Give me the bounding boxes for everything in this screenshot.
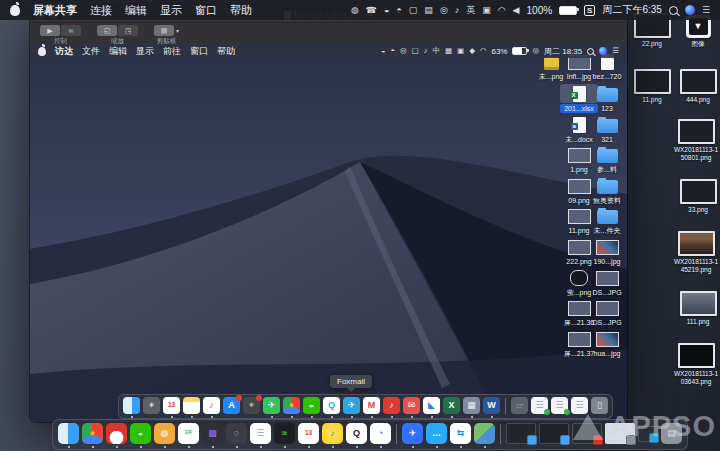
telegram-icon[interactable]: ✈	[343, 397, 360, 414]
menubar-menu-item[interactable]: 连接	[90, 3, 112, 18]
desktop-icon[interactable]: 444.png	[674, 76, 720, 104]
app-store-icon[interactable]: A	[223, 397, 240, 414]
finder-icon[interactable]	[58, 423, 79, 444]
calendar-icon[interactable]: 13	[163, 397, 180, 414]
sync-icon[interactable]: ◎	[532, 47, 539, 55]
finder-icon[interactable]	[123, 397, 140, 414]
minimized-window-thumb[interactable]	[506, 423, 536, 444]
input-method-icon[interactable]: 英	[466, 6, 475, 15]
desktop-icon[interactable]: 图像	[674, 20, 720, 48]
mail-master-icon[interactable]: M	[363, 397, 380, 414]
control-mode-button[interactable]: ▶	[40, 25, 60, 36]
ring-app-icon[interactable]: ○	[226, 423, 247, 444]
menubar-menu-item[interactable]: 帮助	[230, 3, 252, 18]
desktop-icon[interactable]: hua...jpg	[588, 329, 626, 358]
wechat-icon[interactable]: ◒	[384, 6, 389, 15]
desktop-icon[interactable]: WX20181113-145219.png	[672, 238, 720, 274]
menubar-menu-item[interactable]: 窗口	[190, 45, 208, 58]
menubar-menu-item[interactable]: 窗口	[195, 3, 217, 18]
desktop-icon[interactable]: 190...jpg	[588, 237, 626, 266]
desktop-icon[interactable]: 111.png	[674, 298, 720, 326]
volume-icon[interactable]: ◀	[513, 6, 520, 15]
minimized-window-thumb[interactable]	[539, 423, 569, 444]
document-stack-icon[interactable]: ☰	[551, 397, 568, 414]
beer-app-icon[interactable]: ◍	[154, 423, 175, 444]
desktop-icon[interactable]: DS...JPG	[588, 298, 626, 327]
wifi-icon[interactable]: ◠	[480, 47, 487, 55]
wifi-icon[interactable]: ◠	[498, 6, 506, 15]
desktop-icon[interactable]: 旅奥资料	[588, 176, 626, 205]
launchpad-icon[interactable]: ✶	[143, 397, 160, 414]
clipboard-button[interactable]: ▤	[154, 25, 174, 36]
word-icon[interactable]: W	[483, 397, 500, 414]
screen-pause-icon[interactable]: ◍	[351, 6, 359, 15]
airplay-icon[interactable]: ▣	[482, 6, 491, 15]
apple-menu-icon[interactable]	[10, 5, 20, 16]
fit-to-window-button[interactable]: ◳	[118, 25, 138, 36]
desktop-icon[interactable]: 321	[588, 115, 626, 144]
menubar-menu-item[interactable]: 屏幕共享	[33, 3, 77, 18]
desktop-icon[interactable]: 33.png	[674, 186, 720, 214]
desktop-icon[interactable]: 11.png	[628, 76, 676, 104]
reminders-icon[interactable]: ☰	[250, 423, 271, 444]
mic-icon[interactable]: ♪	[424, 47, 428, 55]
spotlight-search-icon[interactable]	[587, 48, 594, 55]
qq-icon[interactable]: Q	[323, 397, 340, 414]
downloads-folder-icon[interactable]: ▱	[511, 397, 528, 414]
excel-icon[interactable]: X	[443, 397, 460, 414]
netease-music-icon[interactable]: ♪	[383, 397, 400, 414]
bluetooth-icon[interactable]: ◆	[469, 47, 475, 55]
photos-app-icon[interactable]: ▦	[463, 397, 480, 414]
folder-stack-icon[interactable]	[474, 423, 495, 444]
wechat-icon[interactable]: ◒	[381, 47, 386, 55]
design-app-icon[interactable]: ◣	[423, 397, 440, 414]
chevron-down-icon[interactable]: ▾	[176, 27, 179, 34]
menubar-menu-item[interactable]: 显示	[136, 45, 154, 58]
desktop-icon[interactable]: 22.png	[628, 20, 676, 48]
screenshot-app-icon[interactable]: ▩	[202, 423, 223, 444]
remote-screen[interactable]: 访达文件编辑显示前往窗口帮助 ◒◓◎▢♪中▦▣◆◠63%◎周二 18:35☰ 未…	[30, 44, 627, 422]
mic-icon[interactable]: ♪	[455, 6, 460, 15]
utility-gear-icon[interactable]: ✶	[243, 397, 260, 414]
menubar-menu-item[interactable]: 文件	[82, 45, 100, 58]
calendar-icon[interactable]: 13	[298, 423, 319, 444]
qq-music-icon[interactable]: ♪	[322, 423, 343, 444]
menubar-menu-item[interactable]: 前往	[163, 45, 181, 58]
teamviewer-icon[interactable]: ⇆	[450, 423, 471, 444]
phone-icon[interactable]: ☎	[366, 6, 377, 15]
desktop-icon[interactable]: 未...件夹	[588, 206, 626, 235]
menubar-menu-item[interactable]: 显示	[160, 3, 182, 18]
document-stack-icon[interactable]: ☰	[531, 397, 548, 414]
menubar-clock[interactable]: 周二 18:35	[544, 46, 582, 57]
blue-chat-app-icon[interactable]: …	[426, 423, 447, 444]
actual-size-button[interactable]: ◱	[97, 25, 117, 36]
desktop-icon[interactable]: WX20181113-150801.png	[672, 126, 720, 162]
desktop-icon[interactable]: WX20181113-103643.png	[672, 350, 720, 386]
red-animal-app-icon[interactable]	[106, 423, 127, 444]
record-icon[interactable]: ◎	[440, 6, 448, 15]
sogou-input-icon[interactable]: S	[584, 5, 595, 16]
observe-mode-button[interactable]: ∞	[61, 25, 81, 36]
music-icon[interactable]: ♪	[203, 397, 220, 414]
activity-monitor-icon[interactable]: ≈	[274, 423, 295, 444]
notes-icon[interactable]	[183, 397, 200, 414]
qq-icon[interactable]: Q	[346, 423, 367, 444]
qq-icon[interactable]: ◓	[396, 6, 401, 15]
siri-icon[interactable]	[599, 47, 607, 55]
chrome-icon[interactable]: ●	[283, 397, 300, 414]
chrome-icon[interactable]: ●	[82, 423, 103, 444]
window-icon[interactable]: ▢	[412, 47, 419, 55]
siri-icon[interactable]	[685, 5, 695, 15]
qq-icon[interactable]: ◓	[391, 47, 396, 55]
tim-icon[interactable]: ◔	[370, 423, 391, 444]
camera-icon[interactable]: ◎	[400, 47, 407, 55]
menubar-menu-item[interactable]: 访达	[55, 45, 73, 58]
wechat-icon[interactable]: ◒	[303, 397, 320, 414]
input-method-icon[interactable]: 中	[432, 47, 440, 55]
wechat-icon[interactable]: ◒	[130, 423, 151, 444]
foxmail-icon[interactable]: ✉	[403, 397, 420, 414]
menubar-menu-item[interactable]: 编辑	[109, 45, 127, 58]
menubar-menu-item[interactable]: 帮助	[217, 45, 235, 58]
notification-center-icon[interactable]: ☰	[612, 47, 619, 55]
blue-wing-app-icon[interactable]: ✈	[402, 423, 423, 444]
